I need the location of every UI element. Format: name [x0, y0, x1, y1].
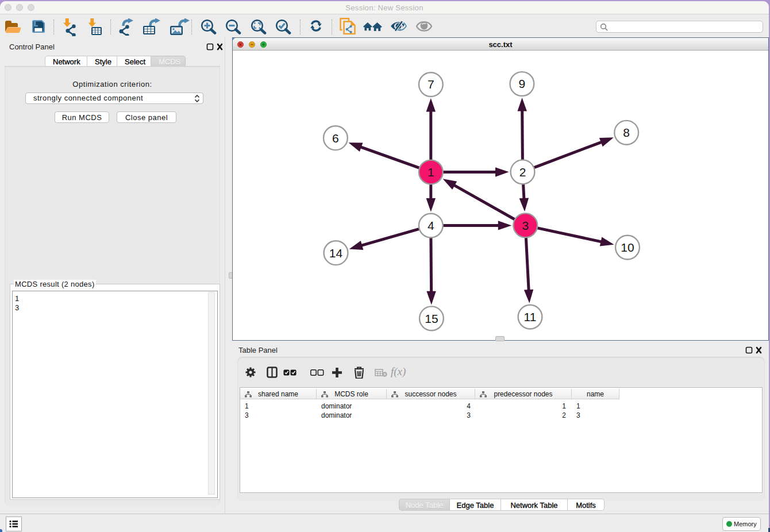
svg-text:9: 9	[519, 77, 526, 90]
svg-text:14: 14	[329, 246, 343, 260]
svg-text:7: 7	[428, 78, 434, 91]
svg-text:11: 11	[524, 310, 537, 323]
svg-text:8: 8	[623, 126, 630, 139]
svg-text:2: 2	[519, 165, 526, 179]
svg-text:1: 1	[428, 165, 434, 179]
svg-text:10: 10	[621, 241, 634, 254]
svg-text:6: 6	[332, 132, 339, 145]
svg-text:3: 3	[522, 219, 529, 232]
svg-text:4: 4	[428, 219, 434, 232]
svg-text:15: 15	[425, 312, 438, 325]
